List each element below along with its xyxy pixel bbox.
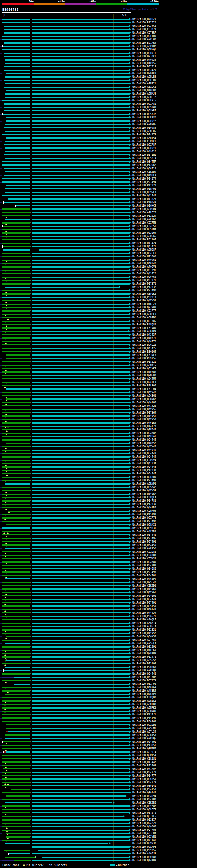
alignment-row[interactable]: UniRef100_B3VN37 xyxy=(0,842,197,845)
hit-bar[interactable] xyxy=(2,537,30,539)
hit-bar[interactable] xyxy=(32,707,129,709)
hit-bar[interactable] xyxy=(32,381,129,383)
hit-bar[interactable] xyxy=(32,49,129,51)
alignment-row[interactable]: UniRef100_Q4VV52 xyxy=(0,299,197,302)
hit-bar[interactable] xyxy=(2,629,30,630)
hit-bar[interactable] xyxy=(32,643,129,644)
hit-bar[interactable] xyxy=(32,239,129,241)
hit-bar[interactable] xyxy=(2,22,30,23)
hit-bar[interactable] xyxy=(2,402,30,403)
hit-label[interactable]: UniRef100_Q9M600 xyxy=(132,374,156,377)
hit-label[interactable]: UniRef100_A4F3R4 xyxy=(132,689,156,692)
hit-bar[interactable] xyxy=(32,616,129,617)
hit-bar[interactable] xyxy=(5,59,30,61)
hit-bar[interactable] xyxy=(32,63,129,64)
alignment-row[interactable]: UniRef100_UPI000.. xyxy=(0,255,197,258)
hit-label[interactable]: UniRef100_Q6T705 xyxy=(132,320,156,323)
alignment-row[interactable]: UniRef100_C6T8R7 xyxy=(0,31,197,34)
hit-label[interactable]: UniRef100_P27495 xyxy=(132,537,156,540)
hit-bar[interactable] xyxy=(2,568,30,569)
hit-bar[interactable] xyxy=(3,768,30,770)
hit-bar[interactable] xyxy=(32,724,129,725)
alignment-row[interactable]: UniRef100_Q9ZP08 xyxy=(0,306,197,309)
alignment-row[interactable]: UniRef100_C1K5B6 xyxy=(0,801,197,805)
alignment-row[interactable]: UniRef100_Q39142 xyxy=(0,791,197,795)
hit-bar[interactable] xyxy=(32,741,129,742)
hit-label[interactable]: UniRef100_Q39141 xyxy=(132,784,156,787)
hit-bar[interactable] xyxy=(32,246,129,247)
hit-bar[interactable] xyxy=(5,158,30,159)
hit-label[interactable]: UniRef100_Q41823 xyxy=(132,197,156,201)
hit-label[interactable]: UniRef100_Q4VV52 xyxy=(132,299,156,302)
hit-bar[interactable] xyxy=(4,42,30,44)
hit-label[interactable]: UniRef100_Q461R5 xyxy=(132,506,156,509)
hit-bar[interactable] xyxy=(32,250,39,250)
hit-bar[interactable] xyxy=(32,144,129,145)
hit-label[interactable]: UniRef100_B0L0Y1 xyxy=(132,147,156,150)
hit-bar[interactable] xyxy=(2,497,30,498)
hit-bar[interactable] xyxy=(32,36,129,37)
hit-bar[interactable] xyxy=(32,592,129,593)
hit-label[interactable]: UniRef100_A9NT88 xyxy=(132,703,156,706)
hit-bar[interactable] xyxy=(32,375,129,376)
hit-bar[interactable] xyxy=(32,243,129,244)
hit-bar[interactable] xyxy=(2,714,30,715)
hit-bar[interactable] xyxy=(32,646,129,648)
alignment-row[interactable]: UniRef100_A5BAI4 xyxy=(0,621,197,625)
hit-bar[interactable] xyxy=(2,344,30,345)
alignment-row[interactable]: UniRef100_C5XQ83 xyxy=(0,554,197,557)
alignment-row[interactable]: UniRef100_P27496 xyxy=(0,570,197,574)
hit-label[interactable]: UniRef100_B6SZT9 xyxy=(132,157,156,160)
hit-label[interactable]: UniRef100_A9SGM1 xyxy=(132,727,156,730)
hit-bar[interactable] xyxy=(32,198,129,199)
hit-bar[interactable] xyxy=(2,500,30,502)
alignment-row[interactable]: UniRef100_B0L806 xyxy=(0,384,197,388)
hit-bar[interactable] xyxy=(32,195,129,196)
hit-bar[interactable] xyxy=(2,300,30,302)
hit-bar[interactable] xyxy=(32,395,129,396)
hit-bar[interactable] xyxy=(32,663,129,664)
hit-bar[interactable] xyxy=(32,860,129,861)
hit-bar[interactable] xyxy=(2,517,30,519)
hit-bar[interactable] xyxy=(32,748,129,749)
alignment-row[interactable]: UniRef100_B9I107 xyxy=(0,238,197,241)
hit-bar[interactable] xyxy=(32,480,129,481)
alignment-row[interactable]: UniRef100_C1K5B9 xyxy=(0,170,197,174)
hit-bar[interactable] xyxy=(3,46,30,47)
hit-bar[interactable] xyxy=(32,578,129,580)
hit-bar[interactable] xyxy=(5,484,30,485)
hit-bar[interactable] xyxy=(2,477,30,478)
hit-bar[interactable] xyxy=(32,443,129,444)
hit-bar[interactable] xyxy=(32,161,129,162)
alignment-row[interactable]: UniRef100_A3F6K2 xyxy=(0,292,197,296)
hit-bar[interactable] xyxy=(32,338,129,339)
hit-bar[interactable] xyxy=(5,524,30,525)
hit-label[interactable]: UniRef100_C5XQ82 xyxy=(132,550,156,554)
hit-bar[interactable] xyxy=(2,375,30,376)
hit-bar[interactable] xyxy=(32,785,129,786)
hit-bar[interactable] xyxy=(32,354,129,355)
hit-label[interactable]: UniRef100_A9RBQ3 xyxy=(132,669,156,672)
hit-label[interactable]: UniRef100_B9GSZ2 xyxy=(132,343,156,347)
hit-bar[interactable] xyxy=(32,636,129,638)
hit-bar[interactable] xyxy=(6,751,30,752)
hit-label[interactable]: UniRef100_P27518 xyxy=(132,65,156,68)
hit-label[interactable]: UniRef100_A9RNP2 xyxy=(132,482,156,486)
hit-bar[interactable] xyxy=(32,290,129,291)
hit-label[interactable]: UniRef100_B3VN37 xyxy=(132,842,156,845)
hit-bar[interactable] xyxy=(2,785,30,786)
hit-bar[interactable] xyxy=(2,840,30,841)
hit-label[interactable]: UniRef100_P12332 xyxy=(132,285,156,289)
hit-bar[interactable] xyxy=(5,734,30,736)
hit-bar[interactable] xyxy=(32,738,129,739)
hit-bar[interactable] xyxy=(32,534,129,535)
alignment-row[interactable]: UniRef100_A9NMJ8 xyxy=(0,92,197,95)
hit-bar[interactable] xyxy=(32,154,129,155)
alignment-row[interactable]: UniRef100_Q84U94 xyxy=(0,795,197,798)
hit-label[interactable]: UniRef100_P04782 xyxy=(132,499,156,502)
alignment-row[interactable]: UniRef100_A9NPD6 xyxy=(0,123,197,126)
hit-bar[interactable] xyxy=(2,331,30,332)
alignment-row[interactable]: UniRef100_Q40934 xyxy=(0,58,197,62)
hit-label[interactable]: UniRef100_Q5ZF93 xyxy=(132,682,156,686)
alignment-row[interactable]: UniRef100_O04687 xyxy=(0,431,197,435)
